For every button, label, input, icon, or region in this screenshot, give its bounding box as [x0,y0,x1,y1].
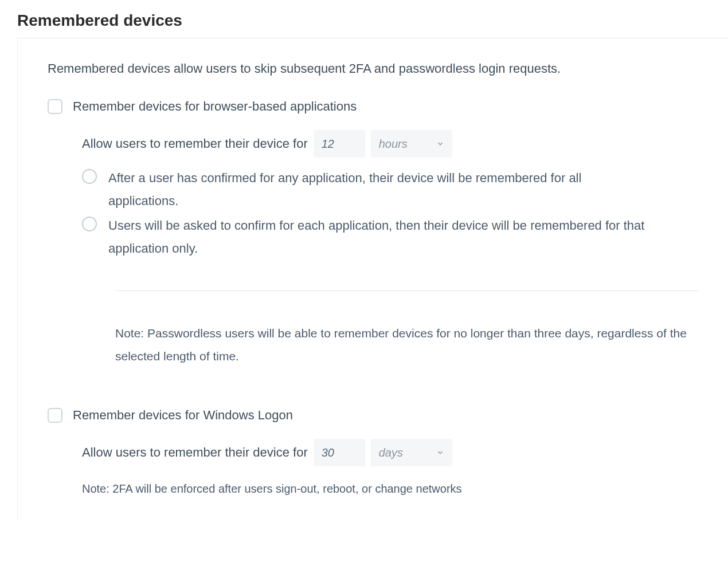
chevron-down-icon [436,449,444,457]
browser-checkbox-label: Remember devices for browser-based appli… [73,99,357,114]
windows-duration-input[interactable] [314,439,365,466]
chevron-down-icon [436,140,444,148]
browser-note: Note: Passwordless users will be able to… [115,322,688,368]
browser-duration-input[interactable] [314,130,365,158]
divider [115,290,698,291]
radio-each-app[interactable] [82,217,97,231]
windows-allow-row: Allow users to remember their device for… [82,439,698,466]
browser-settings: Allow users to remember their device for… [82,130,698,368]
windows-note: Note: 2FA will be enforced after users s… [82,482,698,496]
windows-settings: Allow users to remember their device for… [82,439,698,496]
windows-unit-label: days [379,446,436,459]
browser-unit-select[interactable]: hours [371,130,452,158]
browser-unit-label: hours [379,137,436,151]
windows-unit-select[interactable]: days [371,439,452,466]
section-title: Remembered devices [0,0,728,38]
browser-radio-group: After a user has confirmed for any appli… [82,167,698,260]
windows-checkbox-label: Remember devices for Windows Logon [73,408,293,423]
browser-checkbox-row: Remember devices for browser-based appli… [48,99,698,114]
radio-row-each: Users will be asked to confirm for each … [82,214,698,260]
windows-checkbox[interactable] [48,408,62,423]
remembered-devices-panel: Remembered devices allow users to skip s… [17,38,728,518]
windows-checkbox-row: Remember devices for Windows Logon [48,408,698,423]
windows-allow-prefix: Allow users to remember their device for [82,445,308,460]
browser-allow-row: Allow users to remember their device for… [82,130,698,158]
section-intro: Remembered devices allow users to skip s… [48,61,698,76]
radio-all-apps[interactable] [82,169,97,184]
browser-allow-prefix: Allow users to remember their device for [82,136,308,151]
radio-each-app-label: Users will be asked to confirm for each … [108,214,653,260]
radio-all-apps-label: After a user has confirmed for any appli… [108,167,653,212]
browser-checkbox[interactable] [48,99,62,114]
radio-row-all: After a user has confirmed for any appli… [82,167,698,212]
